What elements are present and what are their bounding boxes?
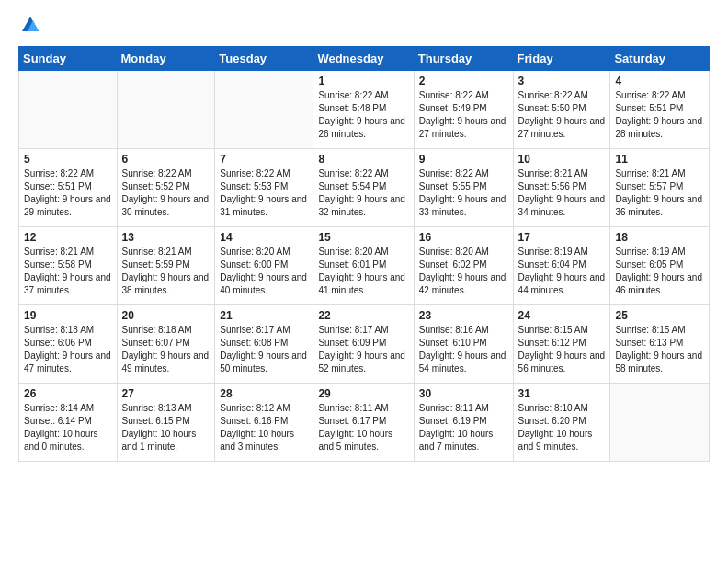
day-info: Sunrise: 8:19 AM Sunset: 6:04 PM Dayligh… xyxy=(518,246,606,297)
day-info: Sunrise: 8:10 AM Sunset: 6:20 PM Dayligh… xyxy=(518,402,606,454)
day-number: 5 xyxy=(24,153,112,166)
day-info: Sunrise: 8:11 AM Sunset: 6:19 PM Dayligh… xyxy=(419,402,508,454)
page: SundayMondayTuesdayWednesdayThursdayFrid… xyxy=(0,0,728,477)
calendar-cell: 31Sunrise: 8:10 AM Sunset: 6:20 PM Dayli… xyxy=(513,384,610,462)
week-row-1: 1Sunrise: 8:22 AM Sunset: 5:48 PM Daylig… xyxy=(19,71,710,149)
logo-icon xyxy=(20,15,40,35)
weekday-header-sunday: Sunday xyxy=(19,47,118,71)
calendar-cell: 27Sunrise: 8:13 AM Sunset: 6:15 PM Dayli… xyxy=(117,384,215,462)
day-number: 28 xyxy=(220,387,308,400)
day-number: 3 xyxy=(518,75,606,87)
day-number: 1 xyxy=(318,75,408,87)
calendar-cell xyxy=(19,71,118,149)
day-info: Sunrise: 8:21 AM Sunset: 5:58 PM Dayligh… xyxy=(24,246,112,297)
week-row-3: 12Sunrise: 8:21 AM Sunset: 5:58 PM Dayli… xyxy=(19,227,710,305)
day-number: 18 xyxy=(615,231,704,244)
calendar-cell: 1Sunrise: 8:22 AM Sunset: 5:48 PM Daylig… xyxy=(313,71,414,149)
day-info: Sunrise: 8:22 AM Sunset: 5:48 PM Dayligh… xyxy=(318,89,408,141)
day-info: Sunrise: 8:19 AM Sunset: 6:05 PM Dayligh… xyxy=(615,246,704,297)
day-number: 14 xyxy=(220,231,308,244)
day-info: Sunrise: 8:18 AM Sunset: 6:06 PM Dayligh… xyxy=(24,324,112,375)
calendar-cell: 11Sunrise: 8:21 AM Sunset: 5:57 PM Dayli… xyxy=(610,149,710,227)
day-info: Sunrise: 8:20 AM Sunset: 6:02 PM Dayligh… xyxy=(419,246,508,297)
calendar-cell: 22Sunrise: 8:17 AM Sunset: 6:09 PM Dayli… xyxy=(313,305,414,384)
weekday-header-row: SundayMondayTuesdayWednesdayThursdayFrid… xyxy=(19,47,710,71)
day-number: 27 xyxy=(122,387,210,400)
day-info: Sunrise: 8:18 AM Sunset: 6:07 PM Dayligh… xyxy=(122,324,210,375)
calendar-cell: 18Sunrise: 8:19 AM Sunset: 6:05 PM Dayli… xyxy=(610,227,710,305)
logo xyxy=(18,15,40,35)
day-number: 25 xyxy=(615,309,704,322)
day-number: 19 xyxy=(24,309,112,322)
day-number: 10 xyxy=(518,153,606,166)
day-info: Sunrise: 8:21 AM Sunset: 5:56 PM Dayligh… xyxy=(518,167,606,219)
day-number: 29 xyxy=(318,387,408,400)
day-number: 17 xyxy=(518,231,606,244)
calendar-cell: 15Sunrise: 8:20 AM Sunset: 6:01 PM Dayli… xyxy=(313,227,414,305)
calendar-cell: 19Sunrise: 8:18 AM Sunset: 6:06 PM Dayli… xyxy=(19,305,118,384)
day-number: 2 xyxy=(419,75,508,87)
week-row-5: 26Sunrise: 8:14 AM Sunset: 6:14 PM Dayli… xyxy=(19,384,710,462)
day-info: Sunrise: 8:12 AM Sunset: 6:16 PM Dayligh… xyxy=(220,402,308,454)
day-info: Sunrise: 8:22 AM Sunset: 5:55 PM Dayligh… xyxy=(419,167,508,219)
calendar-cell xyxy=(215,71,313,149)
day-info: Sunrise: 8:20 AM Sunset: 6:00 PM Dayligh… xyxy=(220,246,308,297)
day-info: Sunrise: 8:22 AM Sunset: 5:51 PM Dayligh… xyxy=(615,89,704,141)
day-number: 23 xyxy=(419,309,508,322)
day-number: 12 xyxy=(24,231,112,244)
day-info: Sunrise: 8:22 AM Sunset: 5:53 PM Dayligh… xyxy=(220,167,308,219)
day-number: 9 xyxy=(419,153,508,166)
calendar-cell: 29Sunrise: 8:11 AM Sunset: 6:17 PM Dayli… xyxy=(313,384,414,462)
weekday-header-wednesday: Wednesday xyxy=(313,47,414,71)
weekday-header-thursday: Thursday xyxy=(414,47,513,71)
weekday-header-friday: Friday xyxy=(513,47,610,71)
calendar-cell: 4Sunrise: 8:22 AM Sunset: 5:51 PM Daylig… xyxy=(610,71,710,149)
day-number: 22 xyxy=(318,309,408,322)
calendar-cell: 7Sunrise: 8:22 AM Sunset: 5:53 PM Daylig… xyxy=(215,149,313,227)
day-info: Sunrise: 8:21 AM Sunset: 5:59 PM Dayligh… xyxy=(122,246,210,297)
day-number: 6 xyxy=(122,153,210,166)
day-number: 31 xyxy=(518,387,606,400)
week-row-2: 5Sunrise: 8:22 AM Sunset: 5:51 PM Daylig… xyxy=(19,149,710,227)
calendar-cell: 26Sunrise: 8:14 AM Sunset: 6:14 PM Dayli… xyxy=(19,384,118,462)
day-info: Sunrise: 8:22 AM Sunset: 5:52 PM Dayligh… xyxy=(122,167,210,219)
calendar-cell: 5Sunrise: 8:22 AM Sunset: 5:51 PM Daylig… xyxy=(19,149,118,227)
calendar-cell: 9Sunrise: 8:22 AM Sunset: 5:55 PM Daylig… xyxy=(414,149,513,227)
calendar-cell: 3Sunrise: 8:22 AM Sunset: 5:50 PM Daylig… xyxy=(513,71,610,149)
weekday-header-tuesday: Tuesday xyxy=(215,47,313,71)
day-info: Sunrise: 8:22 AM Sunset: 5:49 PM Dayligh… xyxy=(419,89,508,141)
day-number: 30 xyxy=(419,387,508,400)
day-info: Sunrise: 8:21 AM Sunset: 5:57 PM Dayligh… xyxy=(615,167,704,219)
day-number: 24 xyxy=(518,309,606,322)
day-info: Sunrise: 8:14 AM Sunset: 6:14 PM Dayligh… xyxy=(24,402,112,454)
day-number: 11 xyxy=(615,153,704,166)
calendar-cell xyxy=(117,71,215,149)
calendar: SundayMondayTuesdayWednesdayThursdayFrid… xyxy=(18,46,710,462)
calendar-cell: 21Sunrise: 8:17 AM Sunset: 6:08 PM Dayli… xyxy=(215,305,313,384)
calendar-cell: 23Sunrise: 8:16 AM Sunset: 6:10 PM Dayli… xyxy=(414,305,513,384)
day-info: Sunrise: 8:16 AM Sunset: 6:10 PM Dayligh… xyxy=(419,324,508,375)
calendar-cell: 14Sunrise: 8:20 AM Sunset: 6:00 PM Dayli… xyxy=(215,227,313,305)
calendar-cell: 2Sunrise: 8:22 AM Sunset: 5:49 PM Daylig… xyxy=(414,71,513,149)
day-info: Sunrise: 8:13 AM Sunset: 6:15 PM Dayligh… xyxy=(122,402,210,454)
day-info: Sunrise: 8:15 AM Sunset: 6:12 PM Dayligh… xyxy=(518,324,606,375)
day-info: Sunrise: 8:20 AM Sunset: 6:01 PM Dayligh… xyxy=(318,246,408,297)
day-number: 15 xyxy=(318,231,408,244)
weekday-header-saturday: Saturday xyxy=(610,47,710,71)
calendar-cell: 28Sunrise: 8:12 AM Sunset: 6:16 PM Dayli… xyxy=(215,384,313,462)
calendar-cell: 12Sunrise: 8:21 AM Sunset: 5:58 PM Dayli… xyxy=(19,227,118,305)
calendar-cell: 24Sunrise: 8:15 AM Sunset: 6:12 PM Dayli… xyxy=(513,305,610,384)
week-row-4: 19Sunrise: 8:18 AM Sunset: 6:06 PM Dayli… xyxy=(19,305,710,384)
day-info: Sunrise: 8:15 AM Sunset: 6:13 PM Dayligh… xyxy=(615,324,704,375)
calendar-cell: 17Sunrise: 8:19 AM Sunset: 6:04 PM Dayli… xyxy=(513,227,610,305)
calendar-cell: 6Sunrise: 8:22 AM Sunset: 5:52 PM Daylig… xyxy=(117,149,215,227)
calendar-cell: 20Sunrise: 8:18 AM Sunset: 6:07 PM Dayli… xyxy=(117,305,215,384)
day-info: Sunrise: 8:22 AM Sunset: 5:50 PM Dayligh… xyxy=(518,89,606,141)
day-number: 7 xyxy=(220,153,308,166)
calendar-cell: 8Sunrise: 8:22 AM Sunset: 5:54 PM Daylig… xyxy=(313,149,414,227)
day-number: 8 xyxy=(318,153,408,166)
calendar-cell: 25Sunrise: 8:15 AM Sunset: 6:13 PM Dayli… xyxy=(610,305,710,384)
day-info: Sunrise: 8:22 AM Sunset: 5:51 PM Dayligh… xyxy=(24,167,112,219)
header xyxy=(18,15,710,35)
day-number: 4 xyxy=(615,75,704,87)
